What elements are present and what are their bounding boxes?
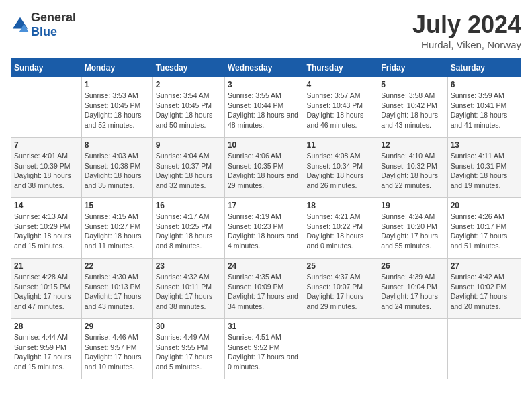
cell-line: Sunset: 10:22 PM xyxy=(307,222,375,232)
week-row-1: 1Sunrise: 3:53 AMSunset: 10:45 PMDayligh… xyxy=(11,77,521,138)
cell-line: Sunrise: 4:24 AM xyxy=(381,212,444,222)
week-row-2: 7Sunrise: 4:01 AMSunset: 10:39 PMDayligh… xyxy=(11,138,521,198)
calendar-cell: 27Sunrise: 4:42 AMSunset: 10:02 PMDaylig… xyxy=(447,259,521,319)
cell-line: Daylight: 17 hours and 55 minutes. xyxy=(381,231,444,250)
day-number: 14 xyxy=(14,201,79,210)
calendar-table: SundayMondayTuesdayWednesdayThursdayFrid… xyxy=(11,58,521,379)
cell-content: Sunrise: 4:17 AMSunset: 10:25 PMDaylight… xyxy=(156,212,222,251)
cell-line: Sunset: 10:34 PM xyxy=(307,161,375,171)
cell-line: Daylight: 17 hours and 10 minutes. xyxy=(85,352,150,371)
cell-line: Sunset: 10:43 PM xyxy=(307,101,375,111)
cell-line: Sunrise: 4:30 AM xyxy=(85,272,150,282)
cell-content: Sunrise: 4:15 AMSunset: 10:27 PMDaylight… xyxy=(85,212,150,251)
cell-line: Daylight: 17 hours and 5 minutes. xyxy=(156,352,222,371)
cell-line: Sunset: 10:45 PM xyxy=(85,101,150,111)
calendar-cell: 14Sunrise: 4:13 AMSunset: 10:29 PMDaylig… xyxy=(11,198,82,259)
cell-line: Daylight: 18 hours and 43 minutes. xyxy=(381,110,444,130)
calendar-cell: 12Sunrise: 4:10 AMSunset: 10:32 PMDaylig… xyxy=(378,138,447,198)
cell-content: Sunrise: 4:35 AMSunset: 10:09 PMDaylight… xyxy=(228,272,301,312)
cell-line: Daylight: 18 hours and 26 minutes. xyxy=(307,171,375,190)
location: Hurdal, Viken, Norway xyxy=(412,39,521,50)
calendar-cell: 2Sunrise: 3:54 AMSunset: 10:45 PMDayligh… xyxy=(152,77,224,138)
cell-line: Sunset: 10:38 PM xyxy=(85,161,150,171)
cell-content: Sunrise: 3:57 AMSunset: 10:43 PMDaylight… xyxy=(307,91,375,130)
cell-line: Sunrise: 4:42 AM xyxy=(451,272,518,282)
cell-line: Daylight: 18 hours and 8 minutes. xyxy=(156,231,222,250)
cell-line: Sunrise: 3:57 AM xyxy=(307,91,375,101)
cell-line: Sunset: 10:44 PM xyxy=(228,101,301,111)
cell-line: Sunset: 10:35 PM xyxy=(228,161,301,171)
calendar-cell: 30Sunrise: 4:49 AMSunset: 9:55 PMDayligh… xyxy=(152,319,224,379)
logo-text-general: General xyxy=(31,11,76,24)
day-number: 29 xyxy=(85,322,150,331)
cell-line: Sunrise: 4:15 AM xyxy=(85,212,150,222)
day-number: 5 xyxy=(381,80,444,89)
day-number: 10 xyxy=(228,140,301,150)
cell-content: Sunrise: 3:55 AMSunset: 10:44 PMDaylight… xyxy=(228,91,301,130)
cell-line: Sunrise: 4:49 AM xyxy=(156,332,222,342)
cell-line: Sunset: 10:29 PM xyxy=(14,222,79,232)
cell-line: Sunrise: 4:01 AM xyxy=(14,151,79,161)
header-row: SundayMondayTuesdayWednesdayThursdayFrid… xyxy=(11,59,521,77)
cell-content: Sunrise: 4:04 AMSunset: 10:37 PMDaylight… xyxy=(156,151,222,191)
cell-content: Sunrise: 3:58 AMSunset: 10:42 PMDaylight… xyxy=(381,91,444,130)
cell-line: Sunrise: 4:17 AM xyxy=(156,212,222,222)
header-day-sunday: Sunday xyxy=(11,59,82,77)
cell-line: Sunset: 10:37 PM xyxy=(156,161,222,171)
cell-line: Daylight: 18 hours and 32 minutes. xyxy=(156,171,222,190)
cell-content: Sunrise: 3:53 AMSunset: 10:45 PMDaylight… xyxy=(85,91,150,130)
cell-line: Sunrise: 4:11 AM xyxy=(451,151,518,161)
cell-line: Sunrise: 4:37 AM xyxy=(307,272,375,282)
calendar-header: SundayMondayTuesdayWednesdayThursdayFrid… xyxy=(11,59,521,77)
cell-line: Daylight: 18 hours and 15 minutes. xyxy=(14,231,79,250)
cell-line: Daylight: 17 hours and 24 minutes. xyxy=(381,291,444,311)
day-number: 22 xyxy=(85,261,150,271)
cell-line: Daylight: 17 hours and 51 minutes. xyxy=(451,231,518,250)
header-day-tuesday: Tuesday xyxy=(152,59,224,77)
calendar-cell: 6Sunrise: 3:59 AMSunset: 10:41 PMDayligh… xyxy=(447,77,521,138)
cell-content: Sunrise: 4:49 AMSunset: 9:55 PMDaylight:… xyxy=(156,332,222,372)
cell-line: Sunset: 10:31 PM xyxy=(451,161,518,171)
cell-line: Sunrise: 4:04 AM xyxy=(156,151,222,161)
calendar-cell xyxy=(378,319,447,379)
day-number: 30 xyxy=(156,322,222,331)
cell-content: Sunrise: 4:37 AMSunset: 10:07 PMDaylight… xyxy=(307,272,375,312)
cell-line: Sunrise: 4:32 AM xyxy=(156,272,222,282)
cell-content: Sunrise: 4:42 AMSunset: 10:02 PMDaylight… xyxy=(451,272,518,312)
cell-line: Sunrise: 4:46 AM xyxy=(85,332,150,342)
cell-content: Sunrise: 4:11 AMSunset: 10:31 PMDaylight… xyxy=(451,151,518,191)
cell-line: Daylight: 18 hours and 22 minutes. xyxy=(381,171,444,190)
logo-icon xyxy=(11,15,30,34)
day-number: 1 xyxy=(85,80,150,89)
cell-line: Sunset: 10:11 PM xyxy=(156,282,222,292)
day-number: 26 xyxy=(381,261,444,271)
cell-content: Sunrise: 4:03 AMSunset: 10:38 PMDaylight… xyxy=(85,151,150,191)
day-number: 16 xyxy=(156,201,222,210)
cell-line: Sunrise: 4:28 AM xyxy=(14,272,79,282)
cell-line: Daylight: 18 hours and 48 minutes. xyxy=(228,110,301,130)
day-number: 2 xyxy=(156,80,222,89)
calendar-cell: 25Sunrise: 4:37 AMSunset: 10:07 PMDaylig… xyxy=(304,259,378,319)
day-number: 18 xyxy=(307,201,375,210)
cell-line: Sunset: 10:13 PM xyxy=(85,282,150,292)
calendar-cell: 8Sunrise: 4:03 AMSunset: 10:38 PMDayligh… xyxy=(81,138,152,198)
cell-line: Sunset: 10:04 PM xyxy=(381,282,444,292)
cell-line: Sunset: 9:55 PM xyxy=(156,342,222,353)
week-row-3: 14Sunrise: 4:13 AMSunset: 10:29 PMDaylig… xyxy=(11,198,521,259)
day-number: 4 xyxy=(307,80,375,89)
day-number: 19 xyxy=(381,201,444,210)
calendar-cell xyxy=(11,77,82,138)
cell-line: Daylight: 18 hours and 50 minutes. xyxy=(156,110,222,130)
cell-line: Sunrise: 4:08 AM xyxy=(307,151,375,161)
cell-line: Daylight: 17 hours and 43 minutes. xyxy=(85,291,150,311)
day-number: 31 xyxy=(228,322,301,331)
cell-line: Daylight: 17 hours and 38 minutes. xyxy=(156,291,222,311)
cell-content: Sunrise: 4:19 AMSunset: 10:23 PMDaylight… xyxy=(228,212,301,251)
calendar-cell: 20Sunrise: 4:26 AMSunset: 10:17 PMDaylig… xyxy=(447,198,521,259)
calendar-cell: 13Sunrise: 4:11 AMSunset: 10:31 PMDaylig… xyxy=(447,138,521,198)
month-year: July 2024 xyxy=(412,11,521,39)
logo: General Blue xyxy=(11,11,76,39)
day-number: 28 xyxy=(14,322,79,331)
calendar-cell xyxy=(304,319,378,379)
cell-content: Sunrise: 4:26 AMSunset: 10:17 PMDaylight… xyxy=(451,212,518,251)
